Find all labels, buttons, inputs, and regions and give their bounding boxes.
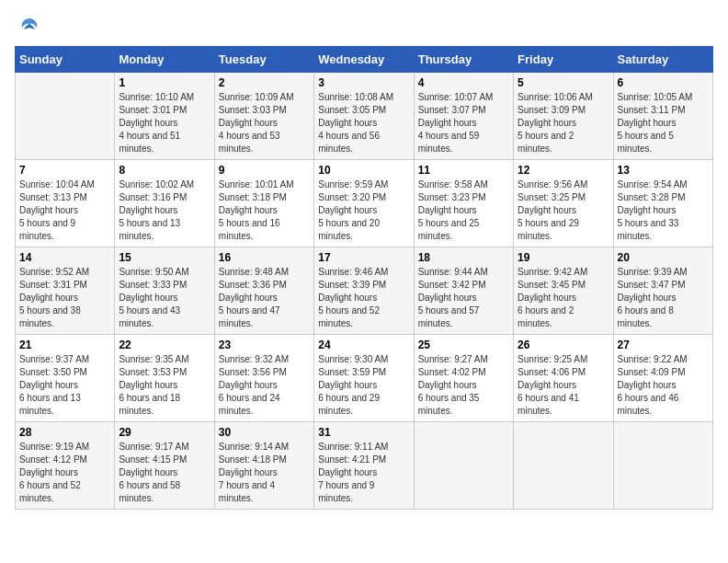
calendar-day-cell: 4 Sunrise: 10:07 AM Sunset: 3:07 PM Dayl… [414, 73, 513, 160]
day-detail: Sunrise: 9:54 AM Sunset: 3:28 PM Dayligh… [618, 178, 709, 243]
calendar-day-cell: 19 Sunrise: 9:42 AM Sunset: 3:45 PM Dayl… [514, 247, 613, 335]
day-number: 22 [119, 339, 210, 351]
calendar-day-cell: 26 Sunrise: 9:25 AM Sunset: 4:06 PM Dayl… [514, 335, 613, 422]
calendar-day-cell: 22 Sunrise: 9:35 AM Sunset: 3:53 PM Dayl… [115, 335, 214, 422]
day-detail: Sunrise: 9:46 AM Sunset: 3:39 PM Dayligh… [318, 266, 409, 330]
calendar-table: SundayMondayTuesdayWednesdayThursdayFrid… [15, 46, 713, 510]
day-number: 23 [219, 339, 310, 351]
day-detail: Sunrise: 9:39 AM Sunset: 3:47 PM Dayligh… [618, 266, 709, 330]
day-detail: Sunrise: 9:27 AM Sunset: 4:02 PM Dayligh… [418, 353, 509, 418]
day-number: 25 [418, 339, 509, 351]
weekday-header-cell: Sunday [16, 47, 115, 73]
day-detail: Sunrise: 10:06 AM Sunset: 3:09 PM Daylig… [518, 91, 609, 155]
weekday-header-cell: Wednesday [314, 47, 414, 73]
day-detail: Sunrise: 9:35 AM Sunset: 3:53 PM Dayligh… [119, 353, 210, 418]
day-detail: Sunrise: 10:10 AM Sunset: 3:01 PM Daylig… [119, 91, 210, 155]
day-number: 9 [219, 164, 310, 177]
day-detail: Sunrise: 9:22 AM Sunset: 4:09 PM Dayligh… [618, 353, 709, 418]
day-number: 11 [418, 164, 509, 177]
day-detail: Sunrise: 9:30 AM Sunset: 3:59 PM Dayligh… [318, 353, 409, 418]
day-detail: Sunrise: 10:05 AM Sunset: 3:11 PM Daylig… [618, 91, 709, 155]
day-detail: Sunrise: 10:01 AM Sunset: 3:18 PM Daylig… [219, 178, 310, 243]
day-number: 27 [618, 339, 709, 351]
calendar-day-cell: 10 Sunrise: 9:59 AM Sunset: 3:20 PM Dayl… [314, 160, 414, 247]
day-number: 4 [418, 76, 509, 89]
calendar-day-cell: 11 Sunrise: 9:58 AM Sunset: 3:23 PM Dayl… [414, 160, 513, 247]
day-number: 14 [19, 251, 110, 264]
day-detail: Sunrise: 10:04 AM Sunset: 3:13 PM Daylig… [19, 178, 110, 243]
calendar-week-row: 1 Sunrise: 10:10 AM Sunset: 3:01 PM Dayl… [16, 73, 713, 160]
day-number: 8 [119, 164, 210, 177]
calendar-body: 1 Sunrise: 10:10 AM Sunset: 3:01 PM Dayl… [16, 73, 713, 510]
calendar-day-cell: 17 Sunrise: 9:46 AM Sunset: 3:39 PM Dayl… [314, 247, 414, 335]
calendar-week-row: 7 Sunrise: 10:04 AM Sunset: 3:13 PM Dayl… [16, 160, 713, 247]
calendar-day-cell: 28 Sunrise: 9:19 AM Sunset: 4:12 PM Dayl… [16, 422, 115, 510]
weekday-header-row: SundayMondayTuesdayWednesdayThursdayFrid… [16, 47, 713, 73]
calendar-day-cell [514, 422, 613, 510]
day-number: 26 [518, 339, 609, 351]
day-detail: Sunrise: 9:50 AM Sunset: 3:33 PM Dayligh… [119, 266, 210, 330]
day-number: 17 [318, 251, 409, 264]
day-detail: Sunrise: 9:17 AM Sunset: 4:15 PM Dayligh… [119, 441, 210, 505]
day-detail: Sunrise: 9:58 AM Sunset: 3:23 PM Dayligh… [418, 178, 509, 243]
header [15, 15, 713, 37]
calendar-day-cell: 1 Sunrise: 10:10 AM Sunset: 3:01 PM Dayl… [115, 73, 214, 160]
day-number: 20 [618, 251, 709, 264]
calendar-week-row: 14 Sunrise: 9:52 AM Sunset: 3:31 PM Dayl… [16, 247, 713, 335]
day-detail: Sunrise: 9:44 AM Sunset: 3:42 PM Dayligh… [418, 266, 509, 330]
calendar-day-cell: 16 Sunrise: 9:48 AM Sunset: 3:36 PM Dayl… [214, 247, 313, 335]
calendar-day-cell: 14 Sunrise: 9:52 AM Sunset: 3:31 PM Dayl… [16, 247, 115, 335]
weekday-header-cell: Saturday [613, 47, 712, 73]
calendar-day-cell: 30 Sunrise: 9:14 AM Sunset: 4:18 PM Dayl… [214, 422, 313, 510]
calendar-day-cell: 15 Sunrise: 9:50 AM Sunset: 3:33 PM Dayl… [115, 247, 214, 335]
day-detail: Sunrise: 9:32 AM Sunset: 3:56 PM Dayligh… [219, 353, 310, 418]
day-detail: Sunrise: 9:14 AM Sunset: 4:18 PM Dayligh… [219, 441, 310, 505]
day-detail: Sunrise: 9:42 AM Sunset: 3:45 PM Dayligh… [518, 266, 609, 330]
day-number: 13 [618, 164, 709, 177]
calendar-day-cell: 23 Sunrise: 9:32 AM Sunset: 3:56 PM Dayl… [214, 335, 313, 422]
day-number: 18 [418, 251, 509, 264]
day-number: 10 [318, 164, 409, 177]
calendar-week-row: 21 Sunrise: 9:37 AM Sunset: 3:50 PM Dayl… [16, 335, 713, 422]
day-number: 28 [19, 426, 110, 439]
calendar-day-cell: 25 Sunrise: 9:27 AM Sunset: 4:02 PM Dayl… [414, 335, 513, 422]
day-number: 5 [518, 76, 609, 89]
calendar-day-cell [613, 422, 712, 510]
day-number: 15 [119, 251, 210, 264]
day-number: 31 [318, 426, 409, 439]
calendar-day-cell: 24 Sunrise: 9:30 AM Sunset: 3:59 PM Dayl… [314, 335, 414, 422]
day-detail: Sunrise: 9:25 AM Sunset: 4:06 PM Dayligh… [518, 353, 609, 418]
calendar-day-cell: 8 Sunrise: 10:02 AM Sunset: 3:16 PM Dayl… [115, 160, 214, 247]
calendar-day-cell: 21 Sunrise: 9:37 AM Sunset: 3:50 PM Dayl… [16, 335, 115, 422]
calendar-day-cell: 2 Sunrise: 10:09 AM Sunset: 3:03 PM Dayl… [214, 73, 313, 160]
day-detail: Sunrise: 10:07 AM Sunset: 3:07 PM Daylig… [418, 91, 509, 155]
day-detail: Sunrise: 10:02 AM Sunset: 3:16 PM Daylig… [119, 178, 210, 243]
calendar-day-cell: 5 Sunrise: 10:06 AM Sunset: 3:09 PM Dayl… [514, 73, 613, 160]
day-detail: Sunrise: 9:59 AM Sunset: 3:20 PM Dayligh… [318, 178, 409, 243]
logo [15, 15, 42, 37]
day-detail: Sunrise: 9:52 AM Sunset: 3:31 PM Dayligh… [19, 266, 110, 330]
day-detail: Sunrise: 9:11 AM Sunset: 4:21 PM Dayligh… [318, 441, 409, 505]
weekday-header-cell: Tuesday [214, 47, 313, 73]
calendar-day-cell: 27 Sunrise: 9:22 AM Sunset: 4:09 PM Dayl… [613, 335, 712, 422]
weekday-header-cell: Friday [514, 47, 613, 73]
calendar-day-cell: 29 Sunrise: 9:17 AM Sunset: 4:15 PM Dayl… [115, 422, 214, 510]
calendar-day-cell: 3 Sunrise: 10:08 AM Sunset: 3:05 PM Dayl… [314, 73, 414, 160]
day-number: 19 [518, 251, 609, 264]
day-number: 1 [119, 76, 210, 89]
day-detail: Sunrise: 10:08 AM Sunset: 3:05 PM Daylig… [318, 91, 409, 155]
calendar-day-cell: 12 Sunrise: 9:56 AM Sunset: 3:25 PM Dayl… [514, 160, 613, 247]
day-number: 12 [518, 164, 609, 177]
calendar-day-cell [414, 422, 513, 510]
day-number: 21 [19, 339, 110, 351]
day-number: 3 [318, 76, 409, 89]
day-number: 24 [318, 339, 409, 351]
calendar-day-cell: 13 Sunrise: 9:54 AM Sunset: 3:28 PM Dayl… [613, 160, 712, 247]
day-detail: Sunrise: 9:48 AM Sunset: 3:36 PM Dayligh… [219, 266, 310, 330]
calendar-day-cell: 31 Sunrise: 9:11 AM Sunset: 4:21 PM Dayl… [314, 422, 414, 510]
calendar-day-cell: 20 Sunrise: 9:39 AM Sunset: 3:47 PM Dayl… [613, 247, 712, 335]
day-detail: Sunrise: 9:37 AM Sunset: 3:50 PM Dayligh… [19, 353, 110, 418]
calendar-day-cell: 7 Sunrise: 10:04 AM Sunset: 3:13 PM Dayl… [16, 160, 115, 247]
day-number: 2 [219, 76, 310, 89]
calendar-day-cell: 6 Sunrise: 10:05 AM Sunset: 3:11 PM Dayl… [613, 73, 712, 160]
